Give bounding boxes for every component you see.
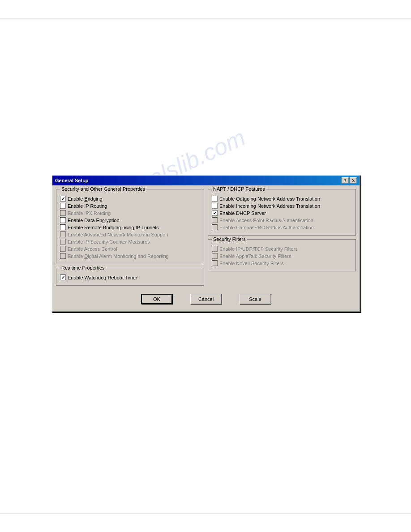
enable-dhcp-server-checkbox[interactable]: ✔ — [212, 210, 218, 216]
enable-appletalk-checkbox — [212, 253, 218, 259]
enable-digital-alarm-row: Enable Digital Alarm Monitoring and Repo… — [60, 253, 200, 259]
enable-ip-security-row: Enable IP Security Counter Measures — [60, 239, 200, 245]
enable-advanced-monitoring-checkbox — [60, 232, 66, 237]
security-filters-group-title: Security Filters — [212, 236, 247, 242]
enable-ip-routing-checkbox[interactable] — [60, 203, 66, 209]
enable-outgoing-nat-label: Enable Outgoing Network Address Translat… — [219, 196, 320, 202]
title-bar-controls: ? X — [342, 177, 357, 184]
enable-advanced-monitoring-row: Enable Advanced Network Monitoring Suppo… — [60, 232, 200, 237]
napt-group-title: NAPT / DHCP Features — [212, 186, 266, 192]
enable-appletalk-label: Enable AppleTalk Security Filters — [219, 253, 291, 259]
left-column: Security and Other General Properties ✔ … — [56, 189, 204, 289]
enable-campusprc-radius-row: Enable CampusPRC Radius Authentication — [212, 224, 352, 230]
help-button[interactable]: ? — [342, 177, 349, 184]
dialog-body: Security and Other General Properties ✔ … — [52, 185, 360, 311]
dialog-title: General Setup — [55, 178, 89, 183]
dialog-buttons: OK Cancel Scale — [56, 289, 356, 308]
realtime-group-title: Realtime Properties — [60, 265, 106, 270]
enable-access-control-checkbox — [60, 246, 66, 252]
enable-remote-bridging-label: Enable Remote Bridging using IP Tunnels — [68, 225, 158, 230]
enable-appletalk-row: Enable AppleTalk Security Filters — [212, 253, 352, 259]
enable-dhcp-server-row: ✔ Enable DHCP Server — [212, 210, 352, 216]
enable-access-control-label: Enable Access Control — [68, 246, 117, 252]
dialog-title-bar: General Setup ? X — [52, 176, 360, 185]
right-column: NAPT / DHCP Features Enable Outgoing Net… — [208, 189, 356, 289]
enable-novell-label: Enable Novell Security Filters — [219, 261, 284, 266]
cancel-button[interactable]: Cancel — [190, 294, 222, 304]
enable-access-point-radius-checkbox — [212, 217, 218, 223]
ok-button[interactable]: OK — [141, 294, 172, 304]
close-button[interactable]: X — [350, 177, 357, 184]
enable-access-point-radius-label: Enable Access Point Radius Authenticatio… — [219, 218, 313, 223]
enable-data-encryption-checkbox[interactable] — [60, 217, 66, 223]
security-filters-group-box: Security Filters Enable IP/UDP/TCP Secur… — [208, 239, 356, 271]
enable-digital-alarm-checkbox — [60, 253, 66, 259]
enable-incoming-nat-checkbox[interactable] — [212, 203, 218, 209]
enable-watchdog-checkbox[interactable]: ✔ — [60, 275, 66, 280]
enable-ipx-routing-label: Enable IPX Routing — [68, 210, 111, 216]
enable-ip-udp-tcp-checkbox — [212, 246, 218, 252]
enable-outgoing-nat-checkbox[interactable] — [212, 196, 218, 202]
enable-watchdog-row: ✔ Enable Watchdog Reboot Timer — [60, 275, 200, 280]
enable-novell-checkbox — [212, 260, 218, 266]
dialog-columns: Security and Other General Properties ✔ … — [56, 189, 356, 289]
general-setup-dialog: General Setup ? X Security and Other Gen… — [51, 175, 360, 312]
enable-ip-security-label: Enable IP Security Counter Measures — [68, 239, 150, 245]
enable-access-point-radius-row: Enable Access Point Radius Authenticatio… — [212, 217, 352, 223]
enable-remote-bridging-row: Enable Remote Bridging using IP Tunnels — [60, 224, 200, 230]
enable-incoming-nat-label: Enable Incoming Network Address Translat… — [219, 203, 320, 209]
enable-bridging-label: Enable Bridging — [68, 196, 103, 202]
enable-advanced-monitoring-label: Enable Advanced Network Monitoring Suppo… — [68, 232, 168, 237]
enable-data-encryption-label: Enable Data Encryption — [68, 218, 120, 223]
enable-dhcp-server-label: Enable DHCP Server — [219, 210, 266, 216]
top-border — [0, 18, 411, 18]
enable-data-encryption-row: Enable Data Encryption — [60, 217, 200, 223]
security-group-title: Security and Other General Properties — [60, 186, 146, 192]
security-group-box: Security and Other General Properties ✔ … — [56, 189, 204, 264]
enable-campusprc-radius-label: Enable CampusPRC Radius Authentication — [219, 225, 314, 230]
enable-incoming-nat-row: Enable Incoming Network Address Translat… — [212, 203, 352, 209]
scale-button[interactable]: Scale — [240, 294, 271, 304]
enable-ip-udp-tcp-label: Enable IP/UDP/TCP Security Filters — [219, 246, 298, 252]
napt-group-box: NAPT / DHCP Features Enable Outgoing Net… — [208, 189, 356, 236]
enable-ip-routing-label: Enable IP Routing — [68, 203, 107, 209]
enable-ip-routing-row: Enable IP Routing — [60, 203, 200, 209]
enable-bridging-checkbox[interactable]: ✔ — [60, 196, 66, 202]
enable-outgoing-nat-row: Enable Outgoing Network Address Translat… — [212, 196, 352, 202]
enable-remote-bridging-checkbox[interactable] — [60, 224, 66, 230]
enable-digital-alarm-label: Enable Digital Alarm Monitoring and Repo… — [68, 253, 169, 259]
enable-watchdog-label: Enable Watchdog Reboot Timer — [68, 275, 137, 280]
enable-novell-row: Enable Novell Security Filters — [212, 260, 352, 266]
enable-ipx-routing-checkbox — [60, 210, 66, 216]
enable-ip-security-checkbox — [60, 239, 66, 245]
enable-ip-udp-tcp-row: Enable IP/UDP/TCP Security Filters — [212, 246, 352, 252]
enable-access-control-row: Enable Access Control — [60, 246, 200, 252]
enable-bridging-row: ✔ Enable Bridging — [60, 196, 200, 202]
bottom-border — [0, 514, 411, 514]
realtime-group-box: Realtime Properties ✔ Enable Watchdog Re… — [56, 268, 204, 286]
enable-ipx-routing-row: Enable IPX Routing — [60, 210, 200, 216]
enable-campusprc-radius-checkbox — [212, 224, 218, 230]
